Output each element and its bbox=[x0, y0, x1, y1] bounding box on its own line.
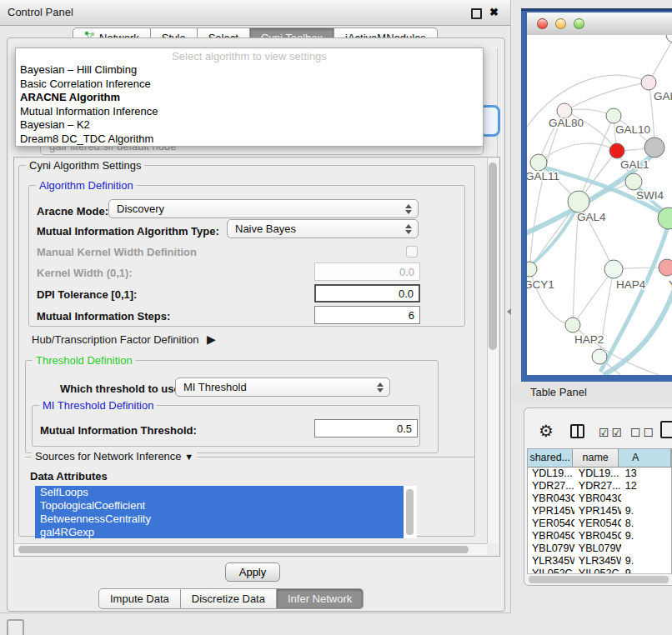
sources-title-label: Sources for Network Inference bbox=[35, 450, 182, 462]
network-node[interactable] bbox=[604, 260, 623, 278]
network-node[interactable] bbox=[666, 35, 672, 42]
network-node[interactable] bbox=[565, 318, 580, 332]
network-node[interactable] bbox=[625, 173, 642, 190]
table-row[interactable]: YPR145WYPR145W9. bbox=[528, 505, 671, 518]
table-cell[interactable]: YBR045C bbox=[528, 530, 574, 542]
algorithm-option[interactable]: Bayesian – K2 bbox=[16, 118, 483, 132]
sources-group-title[interactable]: Sources for Network Inference ▼ bbox=[32, 450, 197, 462]
table-cell[interactable]: YER054C bbox=[574, 518, 621, 530]
list-item[interactable]: BetweennessCentrality bbox=[35, 512, 404, 526]
network-node[interactable] bbox=[606, 108, 621, 123]
table-cell[interactable]: YBR043C bbox=[528, 492, 574, 505]
table-cell[interactable]: YDL19... bbox=[574, 468, 621, 480]
mi-threshold-input[interactable] bbox=[314, 419, 418, 438]
select-all-checkboxes-icon[interactable]: ☑☑ bbox=[599, 426, 624, 439]
mi-steps-input[interactable] bbox=[314, 306, 420, 324]
algorithm-option[interactable]: Dream8 DC_TDC Algorithm bbox=[16, 132, 483, 147]
column-header[interactable]: shared... bbox=[528, 449, 573, 467]
table-cell[interactable]: YLR345W bbox=[528, 555, 574, 568]
kernel-width-input[interactable] bbox=[314, 262, 420, 281]
network-node[interactable] bbox=[609, 143, 624, 158]
manual-kernel-checkbox[interactable] bbox=[406, 246, 418, 258]
table-cell[interactable]: 9. bbox=[621, 555, 671, 568]
tab-infer-network[interactable]: Infer Network bbox=[277, 588, 364, 609]
table-cell[interactable]: YBR045C bbox=[574, 530, 621, 542]
table-row[interactable]: YBL079WYBL079W bbox=[528, 542, 671, 555]
network-node[interactable] bbox=[659, 259, 672, 276]
document-icon[interactable] bbox=[660, 421, 672, 438]
vertical-scrollbar-thumb[interactable] bbox=[489, 162, 497, 350]
network-window-titlebar[interactable] bbox=[527, 12, 672, 36]
table-cell[interactable]: YBL079W bbox=[528, 542, 574, 555]
which-threshold-combobox[interactable]: MI Threshold bbox=[175, 378, 390, 397]
horizontal-scrollbar-thumb[interactable] bbox=[18, 546, 469, 553]
column-header[interactable]: name bbox=[573, 449, 618, 467]
table-cell[interactable]: 9. bbox=[621, 505, 671, 518]
table-cell[interactable]: 13 bbox=[621, 468, 671, 480]
table-header-row: shared... name A bbox=[528, 449, 671, 468]
network-node[interactable] bbox=[568, 191, 589, 212]
list-item[interactable]: gal4RGexp bbox=[35, 526, 404, 538]
hub-definition-toggle[interactable]: Hub/Transcription Factor Definition ▶ bbox=[32, 332, 216, 346]
algorithm-option[interactable]: Mutual Information Inference bbox=[16, 105, 483, 119]
tab-discretize-data[interactable]: Discretize Data bbox=[181, 588, 277, 609]
network-node[interactable] bbox=[592, 349, 607, 364]
table-cell[interactable]: YIL052C bbox=[528, 568, 574, 573]
table-row[interactable]: YBR043CYBR043C bbox=[528, 492, 671, 505]
apply-button[interactable]: Apply bbox=[225, 562, 280, 582]
algorithm-option[interactable]: Basic Correlation Inference bbox=[16, 78, 483, 92]
list-scrollbar-thumb[interactable] bbox=[406, 489, 414, 535]
table-row[interactable]: YLR345WYLR345W9. bbox=[528, 555, 671, 568]
network-node[interactable] bbox=[641, 75, 656, 90]
float-window-icon[interactable] bbox=[471, 8, 482, 19]
table-row[interactable]: YIL052CYIL052C9. bbox=[528, 568, 671, 573]
network-node[interactable] bbox=[530, 154, 547, 171]
close-traffic-light-icon[interactable] bbox=[537, 18, 548, 29]
table-cell[interactable]: YBR043C bbox=[574, 492, 621, 505]
table-cell[interactable]: YBL079W bbox=[574, 542, 621, 555]
table-cell[interactable] bbox=[621, 542, 671, 555]
algorithm-option-selected[interactable]: ARACNE Algorithm bbox=[16, 91, 483, 105]
table-cell[interactable]: 12 bbox=[621, 480, 671, 492]
list-item[interactable]: SelfLoops bbox=[35, 486, 404, 499]
table-cell[interactable]: 9. bbox=[621, 568, 671, 573]
table-cell[interactable]: YDR27... bbox=[528, 480, 574, 492]
table-cell[interactable]: YER054C bbox=[528, 518, 574, 530]
table-cell[interactable] bbox=[621, 492, 671, 505]
gear-icon[interactable]: ⚙ bbox=[539, 421, 554, 441]
table-cell[interactable]: YDL19... bbox=[528, 468, 574, 480]
network-node[interactable] bbox=[527, 262, 537, 277]
minimize-traffic-light-icon[interactable] bbox=[555, 18, 566, 29]
network-node[interactable] bbox=[644, 138, 664, 158]
table-cell[interactable]: 8. bbox=[621, 518, 671, 530]
table-row[interactable]: YBR045CYBR045C9. bbox=[528, 530, 671, 542]
table-cell[interactable]: YLR345W bbox=[574, 555, 621, 568]
table-cell[interactable]: YPR145W bbox=[574, 505, 621, 518]
table-cell[interactable]: YPR145W bbox=[528, 505, 574, 518]
table-row[interactable]: YER054CYER054C8. bbox=[528, 518, 671, 530]
horizontal-scrollbar[interactable] bbox=[15, 543, 487, 555]
mi-type-combobox[interactable]: Naive Bayes bbox=[227, 219, 419, 238]
minimized-panel-icon[interactable] bbox=[7, 619, 24, 635]
algorithm-option[interactable]: Bayesian – Hill Climbing bbox=[16, 63, 483, 78]
table-scrollbar-thumb[interactable] bbox=[529, 576, 669, 583]
splitter-collapse-icon[interactable] bbox=[507, 308, 511, 315]
close-icon[interactable]: ✖ bbox=[489, 6, 499, 18]
column-header[interactable]: A bbox=[619, 449, 671, 467]
table-cell[interactable]: 9. bbox=[621, 530, 671, 542]
aracne-mode-combobox[interactable]: Discovery bbox=[108, 199, 419, 218]
table-row[interactable]: YDR27...YDR27...12 bbox=[528, 480, 671, 492]
network-graph: GALGAL80GAL10GAL1GAL11SWI4GAL4GCY1HAP4YH… bbox=[527, 35, 672, 375]
network-canvas[interactable]: GALGAL80GAL10GAL1GAL11SWI4GAL4GCY1HAP4YH… bbox=[527, 35, 672, 375]
table-cell[interactable]: YDR27... bbox=[574, 480, 621, 492]
zoom-traffic-light-icon[interactable] bbox=[574, 18, 584, 29]
clear-checkboxes-icon[interactable]: ☐☐ bbox=[630, 426, 656, 439]
tab-impute-data[interactable]: Impute Data bbox=[98, 588, 181, 609]
vertical-scrollbar[interactable] bbox=[487, 158, 499, 543]
columns-icon[interactable] bbox=[570, 424, 584, 438]
table-cell[interactable]: YIL052C bbox=[574, 568, 621, 573]
table-row[interactable]: YDL19...YDL19...13 bbox=[528, 468, 671, 480]
dpi-tolerance-input[interactable] bbox=[314, 284, 420, 302]
list-item[interactable]: TopologicalCoefficient bbox=[35, 499, 404, 512]
table-horizontal-scrollbar[interactable] bbox=[527, 573, 672, 584]
